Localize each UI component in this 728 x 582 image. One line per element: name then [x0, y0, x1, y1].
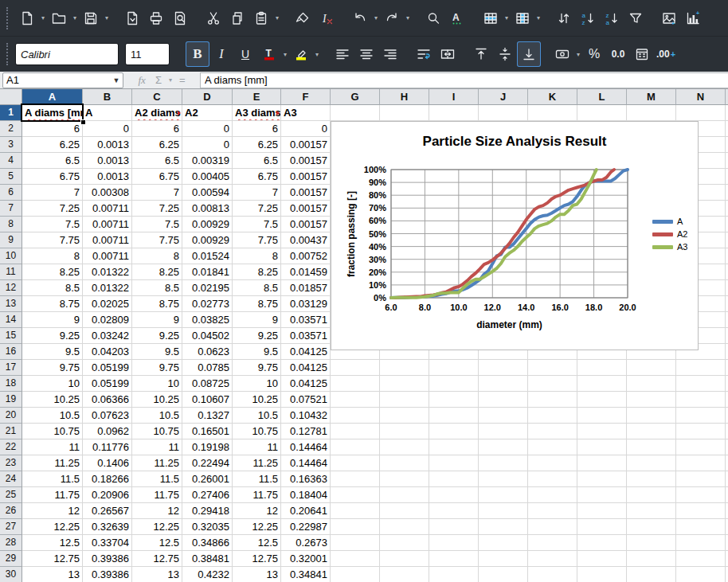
align-bottom-button[interactable] [517, 41, 541, 67]
cell-C6[interactable]: 7 [132, 185, 182, 201]
cell-H21[interactable] [380, 424, 429, 439]
cell-N18[interactable] [676, 376, 726, 392]
underline-button[interactable]: U [233, 41, 257, 67]
column-header-B[interactable]: B [83, 89, 132, 105]
save-button[interactable] [79, 6, 103, 31]
cell-B2[interactable]: 0 [83, 121, 132, 137]
cell-D15[interactable]: 0.04502 [182, 328, 233, 344]
cell-I29[interactable] [429, 551, 479, 567]
cell-G20[interactable] [331, 408, 380, 424]
cell-B18[interactable]: 0.05199 [83, 376, 132, 392]
highlight-color-button[interactable] [289, 41, 313, 67]
clone-formatting-button[interactable] [291, 6, 315, 31]
cell-E25[interactable]: 11.75 [233, 487, 281, 503]
cell-A23[interactable]: 11.25 [22, 455, 83, 471]
column-header-N[interactable]: N [676, 89, 726, 105]
cell-K21[interactable] [528, 424, 577, 439]
paste-button[interactable] [249, 6, 273, 31]
cell-F30[interactable]: 0.34841 [281, 567, 331, 582]
cell-B15[interactable]: 0.03242 [83, 328, 132, 344]
row-header-10[interactable]: 10 [0, 248, 22, 264]
currency-format-button-dropdown-icon[interactable]: ▾ [574, 51, 582, 58]
cell-F25[interactable]: 0.18404 [281, 487, 331, 503]
font-name-combobox[interactable]: ▼ [15, 43, 119, 65]
row-header-1[interactable]: 1 [0, 105, 22, 121]
cell-E21[interactable]: 10.75 [233, 424, 281, 439]
cell-N1[interactable] [676, 105, 726, 121]
cell-H18[interactable] [380, 376, 429, 392]
cell-I19[interactable] [429, 392, 479, 408]
cell-A7[interactable]: 7.25 [22, 201, 83, 217]
column-header-L[interactable]: L [577, 89, 627, 105]
toolbar-grip[interactable] [6, 43, 8, 65]
print-button[interactable] [144, 6, 168, 31]
cell-J30[interactable] [479, 567, 528, 582]
cell-H24[interactable] [380, 471, 429, 487]
cell-D3[interactable]: 0 [182, 137, 233, 153]
cell-E3[interactable]: 6.25 [233, 137, 281, 153]
cell-N21[interactable] [676, 424, 726, 439]
row-header-15[interactable]: 15 [0, 328, 22, 344]
cell-N17[interactable] [676, 360, 726, 376]
cell-F10[interactable]: 0.00752 [281, 248, 331, 264]
cell-J22[interactable] [479, 439, 528, 455]
export-pdf-button[interactable] [120, 6, 144, 31]
row-header-28[interactable]: 28 [0, 535, 22, 551]
column-header-H[interactable]: H [380, 89, 429, 105]
cell-C4[interactable]: 6.5 [132, 153, 182, 169]
cell-I23[interactable] [429, 455, 479, 471]
cell-F7[interactable]: 0.00157 [281, 201, 331, 217]
undo-button[interactable] [348, 6, 372, 31]
cell-E28[interactable]: 12.5 [233, 535, 281, 551]
cell-B17[interactable]: 0.05199 [83, 360, 132, 376]
cell-A15[interactable]: 9.25 [22, 328, 83, 344]
cell-I18[interactable] [429, 376, 479, 392]
cell-M22[interactable] [627, 439, 676, 455]
cell-B20[interactable]: 0.07623 [83, 408, 132, 424]
cell-C1[interactable]: A2 diams [mm] [132, 105, 182, 121]
cell-L27[interactable] [577, 519, 627, 535]
cell-E19[interactable]: 10.25 [233, 392, 281, 408]
cell-D8[interactable]: 0.00929 [182, 217, 233, 232]
cell-I17[interactable] [429, 360, 479, 376]
cell-A3[interactable]: 6.25 [22, 137, 83, 153]
cell-A10[interactable]: 8 [22, 248, 83, 264]
cell-D16[interactable]: 0.0623 [182, 344, 233, 360]
print-preview-button[interactable] [168, 6, 192, 31]
cell-B25[interactable]: 0.20906 [83, 487, 132, 503]
row-header-22[interactable]: 22 [0, 439, 22, 455]
cell-B7[interactable]: 0.00711 [83, 201, 132, 217]
cell-C16[interactable]: 9.5 [132, 344, 182, 360]
cell-I21[interactable] [429, 424, 479, 439]
cell-B5[interactable]: 0.0013 [83, 169, 132, 185]
cell-J24[interactable] [479, 471, 528, 487]
add-decimal-button[interactable]: .00+ [654, 41, 678, 67]
cell-reference-input[interactable] [3, 74, 110, 86]
cell-F28[interactable]: 0.2673 [281, 535, 331, 551]
cell-A19[interactable]: 10.25 [22, 392, 83, 408]
cell-D2[interactable]: 0 [182, 121, 233, 137]
cell-B4[interactable]: 0.0013 [83, 153, 132, 169]
font-color-button-dropdown-icon[interactable]: ▾ [281, 51, 289, 58]
cut-button[interactable] [202, 6, 225, 31]
cell-D17[interactable]: 0.0785 [182, 360, 233, 376]
row-header-23[interactable]: 23 [0, 455, 22, 471]
cell-C12[interactable]: 8.5 [132, 280, 182, 296]
cell-L25[interactable] [577, 487, 627, 503]
cell-L26[interactable] [577, 503, 627, 519]
cell-B29[interactable]: 0.39386 [83, 551, 132, 567]
cell-B1[interactable]: A [83, 105, 132, 121]
cell-H25[interactable] [380, 487, 429, 503]
cell-G30[interactable] [331, 567, 380, 582]
cell-B14[interactable]: 0.02809 [83, 312, 132, 328]
cell-J25[interactable] [479, 487, 528, 503]
cell-A28[interactable]: 12.5 [22, 535, 83, 551]
cell-A25[interactable]: 11.75 [22, 487, 83, 503]
cell-E16[interactable]: 9.5 [233, 344, 281, 360]
cell-M21[interactable] [627, 424, 676, 439]
cell-I22[interactable] [429, 439, 479, 455]
cell-H28[interactable] [380, 535, 429, 551]
open-button[interactable] [47, 6, 71, 31]
cell-D10[interactable]: 0.01524 [182, 248, 233, 264]
cell-M19[interactable] [627, 392, 676, 408]
